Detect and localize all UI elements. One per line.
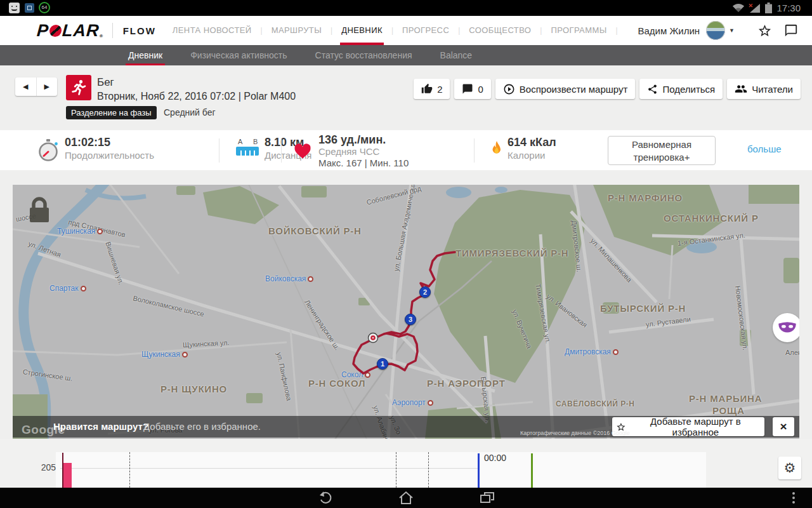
- phase-tag: Разделение на фазы: [66, 106, 157, 119]
- run-type-label: Средний бег: [164, 107, 216, 117]
- y-axis-tick: 205: [33, 462, 56, 472]
- notification-badge-icon: [25, 3, 34, 13]
- logo-text: P: [36, 21, 49, 41]
- more-link[interactable]: больше: [747, 144, 782, 154]
- home-button[interactable]: [390, 490, 422, 506]
- close-banner-button[interactable]: ×: [773, 417, 794, 436]
- readers-label: Читатели: [752, 84, 793, 95]
- like-button[interactable]: 2: [414, 79, 450, 99]
- heart-icon: [293, 142, 312, 159]
- app-header: PLAR® FLOW ЛЕНТА НОВОСТЕЙ|МАРШРУТЫ|ДНЕВН…: [0, 16, 812, 45]
- point-b-label: B: [253, 138, 258, 145]
- readers-button[interactable]: Читатели: [727, 79, 801, 99]
- chevron-down-icon[interactable]: ▼: [729, 27, 735, 34]
- route-marker-3: 3: [405, 314, 416, 325]
- nav-item-5[interactable]: ПРОГРАММЫ: [547, 16, 610, 45]
- activity-subtitle: Вторник, Нояб 22, 2016 07:02 | Polar M40…: [97, 91, 296, 102]
- lap-gridline: [396, 452, 396, 488]
- duration-value: 01:02:15: [65, 136, 110, 149]
- share-icon: [647, 84, 658, 95]
- point-a-label: A: [238, 138, 242, 145]
- lock-icon[interactable]: [27, 196, 52, 227]
- share-button[interactable]: Поделиться: [639, 79, 723, 99]
- hr-chart-section: 205 00:00 ⚙: [0, 439, 812, 488]
- nav-item-2[interactable]: ДНЕВНИК: [337, 16, 386, 45]
- distance-ruler-icon: [236, 147, 259, 156]
- divider: [474, 138, 475, 163]
- logo-text: LAR: [62, 21, 100, 41]
- subnav: ДневникФизическая активностьСтатус восст…: [0, 45, 812, 65]
- avatar[interactable]: [706, 21, 725, 40]
- hr-series-bar: [63, 463, 72, 488]
- like-count: 2: [437, 84, 442, 95]
- nav-item-0[interactable]: ЛЕНТА НОВОСТЕЙ: [169, 16, 256, 45]
- add-to-favorites-button[interactable]: Добавьте маршрут в избранное: [612, 417, 764, 436]
- calories-label: Калории: [508, 150, 545, 161]
- wifi-icon: [732, 3, 745, 13]
- recents-button[interactable]: [471, 490, 504, 506]
- lap-gridline: [428, 452, 429, 488]
- flame-icon: [488, 139, 505, 159]
- favorites-star-icon[interactable]: [756, 22, 773, 39]
- polar-logo[interactable]: PLAR®: [36, 21, 104, 41]
- chart-plot-area[interactable]: [56, 452, 706, 488]
- activity-actions: 2 0 Воспроизвести маршрут Поделиться Чит…: [414, 79, 801, 99]
- people-icon: [735, 83, 747, 95]
- android-nav-bar: [0, 488, 812, 508]
- subnav-item-1[interactable]: Физическая активность: [188, 45, 289, 65]
- battery-icon: [765, 3, 772, 13]
- lap-marker-line: [531, 453, 533, 488]
- nav-separator: |: [616, 26, 618, 35]
- duration-label: Продолжительность: [65, 150, 154, 161]
- user-name[interactable]: Вадим Жилин: [638, 25, 700, 36]
- registered-mark: ®: [100, 34, 103, 38]
- next-activity-button[interactable]: ▶: [37, 77, 58, 96]
- route-markers: 123: [13, 185, 799, 439]
- nav-item-4[interactable]: СООБЩЕСТВО: [465, 16, 535, 45]
- nav-separator: |: [331, 26, 332, 35]
- route-map[interactable]: шоссепрд СтратонавтовТушинскаяул. Летная…: [13, 185, 799, 439]
- divider: [112, 23, 113, 38]
- menu-dots-icon[interactable]: [787, 491, 801, 505]
- favorite-route-banner: Нравится маршрут? Добавьте его в избранн…: [13, 416, 799, 438]
- favorite-button-label: Добавьте маршрут в избранное: [631, 416, 761, 438]
- subnav-item-3[interactable]: Balance: [438, 45, 475, 65]
- android-status-bar: 64 ✕ 17:30: [0, 0, 812, 16]
- stats-panel: 01:02:15 Продолжительность A B 8.10 км Д…: [0, 130, 812, 170]
- route-marker-2: 2: [419, 286, 431, 298]
- hr-value: 136 уд./мин.: [318, 133, 386, 147]
- cursor-time-label: 00:00: [484, 453, 506, 463]
- divider: [219, 138, 219, 163]
- training-benefit-button[interactable]: Равномерная тренировка+: [608, 136, 716, 165]
- cursor-line[interactable]: [478, 453, 480, 488]
- chart-settings-button[interactable]: ⚙: [778, 457, 801, 479]
- clock: 17:30: [776, 3, 801, 13]
- nav-item-3[interactable]: ПРОГРЕСС: [398, 16, 453, 45]
- nav-item-1[interactable]: МАРШРУТЫ: [268, 16, 325, 45]
- gridline: [60, 468, 478, 469]
- activity-header: ◀ ▶ Бег Вторник, Нояб 22, 2016 07:02 | P…: [0, 65, 812, 130]
- product-name: FLOW: [123, 25, 156, 36]
- mask-sticker-icon[interactable]: [773, 313, 799, 342]
- activity-pager: ◀ ▶: [15, 77, 57, 96]
- comments-button[interactable]: 0: [454, 79, 490, 99]
- divider: [281, 138, 282, 163]
- nav-separator: |: [261, 26, 263, 35]
- replay-route-button[interactable]: Воспроизвести маршрут: [495, 79, 636, 99]
- comment-count: 0: [478, 84, 483, 95]
- cell-signal-icon: ✕: [749, 3, 761, 13]
- back-button[interactable]: [308, 490, 341, 506]
- nav-separator: |: [458, 26, 460, 35]
- activity-title: Бег: [97, 76, 114, 89]
- lap-gridline: [129, 452, 130, 488]
- header-nav: ЛЕНТА НОВОСТЕЙ|МАРШРУТЫ|ДНЕВНИК|ПРОГРЕСС…: [169, 16, 623, 45]
- messages-icon[interactable]: [783, 22, 799, 39]
- banner-question: Нравится маршрут?: [53, 421, 148, 432]
- prev-activity-button[interactable]: ◀: [15, 77, 37, 96]
- play-circle-icon: [503, 83, 515, 95]
- subnav-item-0[interactable]: Дневник: [126, 45, 165, 65]
- subnav-item-2[interactable]: Статус восстановления: [313, 45, 415, 65]
- comment-icon: [462, 83, 473, 95]
- share-label: Поделиться: [662, 84, 715, 95]
- map-copyright: Картографические данные ©2016 Google: [520, 430, 630, 436]
